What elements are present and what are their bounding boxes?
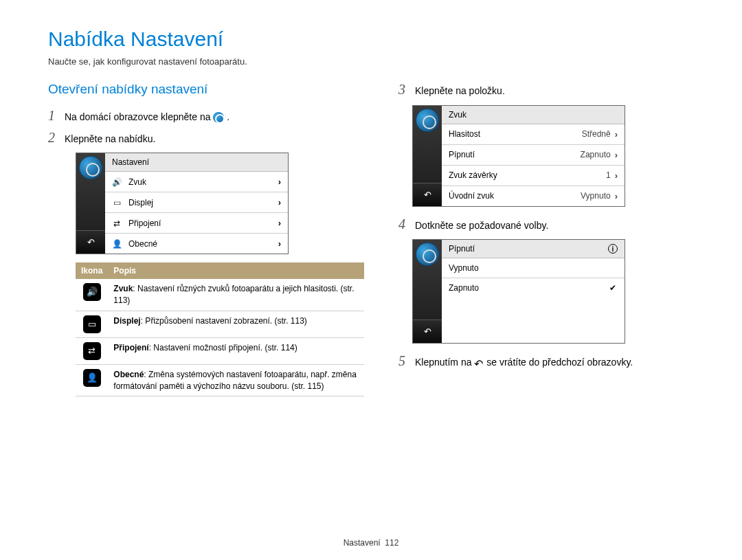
chevron-right-icon: › [615, 129, 618, 139]
back-icon [474, 358, 484, 368]
menu-item-general[interactable]: 👤Obecné › [105, 234, 288, 254]
page-subtitle: Naučte se, jak konfigurovat nastavení fo… [48, 56, 694, 67]
sound-icon: 🔊 [112, 177, 122, 187]
screen-sidebar: ↶ [413, 240, 442, 343]
general-icon: 👤 [112, 239, 122, 249]
section-heading: Otevření nabídky nastavení [48, 82, 364, 97]
gear-icon [213, 112, 224, 123]
row-label: Zvuk závěrky [449, 170, 497, 180]
row-text: : Nastavení různých zvuků fotoaparátu a … [113, 284, 354, 305]
menu-item-connect[interactable]: ⇄Připojení › [105, 213, 288, 234]
table-row: 👤 Obecné: Změna systémových nastavení fo… [76, 364, 364, 396]
chevron-right-icon: › [615, 150, 618, 160]
row-startup[interactable]: Úvodní zvuk Vypnuto› [442, 186, 625, 206]
table-row: 🔊 Zvuk: Nastavení různých zvuků fotoapar… [76, 279, 364, 311]
step-number: 2 [48, 130, 58, 146]
chevron-right-icon: › [278, 197, 281, 208]
screen-main: Nastavení 🔊Zvuk › ▭Displej › ⇄Připojení … [105, 153, 288, 254]
option-on[interactable]: Zapnuto ✔ [442, 278, 625, 298]
table-row: ⇄ Připojení: Nastavení možností připojen… [76, 337, 364, 364]
back-button[interactable]: ↶ [413, 183, 442, 206]
step-text-b: . [227, 111, 229, 122]
row-value: Vypnuto [581, 191, 611, 201]
chevron-right-icon: › [615, 170, 618, 181]
icon-description-table: Ikona Popis 🔊 Zvuk: Nastavení různých zv… [76, 262, 364, 396]
row-volume[interactable]: Hlasitost Středně› [442, 124, 625, 145]
gear-icon [416, 243, 439, 266]
display-icon: ▭ [83, 315, 101, 333]
menu-item-sound[interactable]: 🔊Zvuk › [105, 172, 288, 192]
connect-icon: ⇄ [112, 219, 122, 228]
chevron-right-icon: › [278, 218, 281, 228]
row-label: Pípnutí [449, 150, 475, 159]
left-column: Otevření nabídky nastavení 1 Na domácí o… [48, 82, 364, 396]
step-text-a: Klepnutím na [415, 357, 474, 368]
chevron-right-icon: › [278, 177, 281, 187]
row-text: : Nastavení možností připojení. (str. 11… [149, 343, 297, 352]
step-text-a: Na domácí obrazovce klepněte na [65, 111, 213, 122]
row-value: Zapnuto [581, 150, 611, 159]
row-beep[interactable]: Pípnutí Zapnuto› [442, 145, 625, 166]
step-1: 1 Na domácí obrazovce klepněte na . [48, 108, 364, 124]
screen-title: Zvuk [449, 110, 466, 120]
footer-page: 112 [385, 538, 398, 548]
row-bold: Obecné [113, 370, 144, 379]
step-number: 4 [398, 216, 408, 232]
info-icon[interactable]: i [608, 244, 618, 254]
row-value: Středně [582, 129, 611, 139]
row-shutter[interactable]: Zvuk závěrky 1› [442, 166, 625, 186]
screen-sidebar: ↶ [413, 106, 442, 206]
step-4: 4 Dotkněte se požadované volby. [398, 216, 694, 233]
step-number: 1 [48, 108, 58, 124]
option-label: Vypnuto [449, 263, 479, 273]
step-5: 5 Klepnutím na se vrátíte do předchozí o… [398, 353, 694, 370]
row-label: Úvodní zvuk [449, 191, 494, 201]
step-text: Klepněte na nabídku. [65, 133, 155, 146]
screen-title: Nastavení [112, 157, 149, 167]
step-3: 3 Klepněte na položku. [398, 82, 694, 98]
option-label: Zapnuto [449, 283, 479, 293]
back-button[interactable]: ↶ [413, 320, 442, 343]
gear-icon [416, 109, 439, 132]
connect-icon: ⇄ [83, 342, 101, 360]
page-title: Nabídka Nastavení [48, 27, 694, 51]
step-text: Na domácí obrazovce klepněte na . [65, 111, 229, 124]
menu-label: Připojení [128, 219, 161, 228]
row-label: Hlasitost [449, 129, 480, 139]
settings-screen: ↶ Nastavení 🔊Zvuk › ▭Displej › ⇄Připojen… [76, 153, 289, 254]
sound-screen: ↶ Zvuk Hlasitost Středně› Pípnutí Zapnut… [412, 105, 625, 207]
step-text: Dotkněte se požadované volby. [415, 219, 548, 233]
gear-icon [79, 156, 102, 179]
screen-header: Nastavení [105, 153, 288, 172]
step-text: Klepnutím na se vrátíte do předchozí obr… [415, 356, 633, 370]
page-footer: Nastavení 112 [0, 538, 742, 548]
right-column: 3 Klepněte na položku. ↶ Zvuk Hlasitost … [398, 82, 694, 396]
step-number: 3 [398, 82, 408, 98]
screen-title: Pípnutí [449, 244, 475, 254]
step-text: Klepněte na položku. [415, 85, 505, 98]
table-header-desc: Popis [108, 262, 364, 279]
screen-header: Zvuk [442, 106, 625, 124]
step-text-b: se vrátíte do předchozí obrazovky. [486, 357, 633, 368]
row-value: 1 [606, 170, 611, 180]
menu-label: Zvuk [128, 177, 146, 187]
check-icon: ✔ [608, 283, 618, 293]
footer-label: Nastavení [344, 538, 381, 548]
menu-label: Displej [128, 198, 153, 208]
screen-header: Pípnutí i [442, 240, 625, 258]
option-off[interactable]: Vypnuto [442, 258, 625, 278]
row-bold: Zvuk [113, 284, 133, 293]
row-text: : Změna systémových nastavení fotoaparát… [113, 370, 357, 391]
sound-icon: 🔊 [83, 283, 101, 301]
screen-sidebar: ↶ [76, 153, 105, 254]
row-bold: Displej [113, 316, 140, 326]
table-header-icon: Ikona [76, 262, 108, 279]
table-row: ▭ Displej: Přizpůsobení nastavení zobraz… [76, 311, 364, 337]
step-number: 5 [398, 353, 408, 369]
screen-main: Pípnutí i Vypnuto Zapnuto ✔ [442, 240, 625, 343]
step-2: 2 Klepněte na nabídku. [48, 130, 364, 146]
back-button[interactable]: ↶ [76, 230, 105, 254]
check-icon [608, 263, 618, 273]
menu-item-display[interactable]: ▭Displej › [105, 192, 288, 213]
beep-screen: ↶ Pípnutí i Vypnuto Zapnuto ✔ [412, 239, 625, 344]
